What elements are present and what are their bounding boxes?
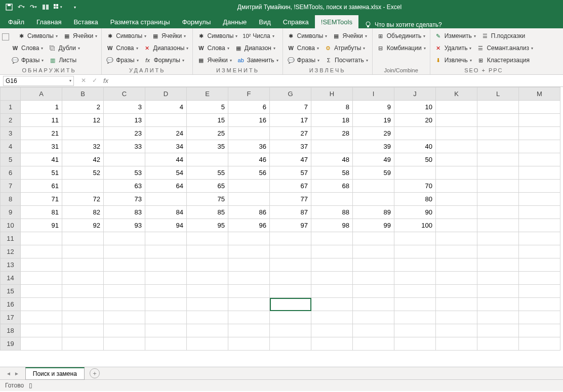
cell[interactable] bbox=[104, 285, 145, 298]
cell[interactable]: 80 bbox=[394, 193, 436, 206]
row-header[interactable]: 8 bbox=[1, 193, 21, 206]
cell[interactable] bbox=[228, 272, 270, 285]
cell[interactable] bbox=[477, 166, 519, 180]
cell[interactable] bbox=[270, 285, 311, 298]
cell[interactable] bbox=[477, 127, 519, 140]
cell[interactable] bbox=[436, 219, 477, 232]
cell[interactable]: 46 bbox=[228, 153, 270, 166]
cell[interactable] bbox=[187, 311, 228, 324]
cell[interactable]: 90 bbox=[394, 206, 436, 219]
cell[interactable] bbox=[311, 324, 353, 337]
cell[interactable]: 31 bbox=[21, 140, 62, 153]
tab-file[interactable]: Файл bbox=[2, 15, 30, 28]
cell[interactable]: 15 bbox=[187, 114, 228, 127]
cell[interactable] bbox=[436, 114, 477, 127]
seo-change-button[interactable]: ✎Изменить▾ bbox=[434, 30, 476, 41]
tab-view[interactable]: Вид bbox=[253, 15, 277, 28]
cell[interactable]: 19 bbox=[353, 114, 394, 127]
cell[interactable]: 32 bbox=[62, 140, 104, 153]
cell[interactable] bbox=[187, 285, 228, 298]
tab-data[interactable]: Данные bbox=[217, 15, 253, 28]
cell[interactable] bbox=[519, 206, 560, 219]
cell[interactable]: 63 bbox=[104, 180, 145, 193]
cell[interactable]: 7 bbox=[270, 101, 311, 114]
cell[interactable] bbox=[394, 272, 436, 285]
cell[interactable]: 24 bbox=[145, 127, 187, 140]
extract-cells-button[interactable]: ▦Ячейки▾ bbox=[332, 30, 367, 41]
cell[interactable]: 84 bbox=[145, 206, 187, 219]
cell[interactable]: 86 bbox=[228, 206, 270, 219]
cell[interactable] bbox=[62, 337, 104, 351]
cell[interactable] bbox=[228, 180, 270, 193]
column-header[interactable]: F bbox=[228, 88, 270, 101]
cell[interactable] bbox=[145, 232, 187, 245]
column-header[interactable]: J bbox=[394, 88, 436, 101]
change-range-button[interactable]: ▦Диапазон▾ bbox=[234, 42, 275, 54]
cell[interactable] bbox=[436, 298, 477, 311]
cell[interactable] bbox=[519, 101, 560, 114]
tab-insert[interactable]: Вставка bbox=[67, 15, 104, 28]
cell[interactable] bbox=[519, 127, 560, 140]
detect-symbols-button[interactable]: ✱Символы▾ bbox=[17, 30, 58, 41]
cell[interactable] bbox=[21, 245, 62, 258]
cell[interactable] bbox=[477, 324, 519, 337]
cell[interactable] bbox=[477, 245, 519, 258]
formula-input[interactable] bbox=[115, 76, 560, 86]
cell[interactable]: 42 bbox=[62, 153, 104, 166]
column-header[interactable]: L bbox=[477, 88, 519, 101]
undo-icon[interactable]: ↶▾ bbox=[16, 2, 26, 12]
cell[interactable] bbox=[228, 311, 270, 324]
cell[interactable] bbox=[394, 245, 436, 258]
cell[interactable] bbox=[104, 337, 145, 351]
cell[interactable] bbox=[21, 285, 62, 298]
cell[interactable] bbox=[62, 272, 104, 285]
cell[interactable] bbox=[477, 193, 519, 206]
cell[interactable] bbox=[145, 298, 187, 311]
detect-duplicates-button[interactable]: ⿻Дубли▾ bbox=[48, 42, 80, 54]
cell[interactable] bbox=[436, 285, 477, 298]
cell[interactable]: 100 bbox=[394, 219, 436, 232]
change-cells-button[interactable]: ▦Ячейки▾ bbox=[197, 55, 231, 66]
cell[interactable]: 59 bbox=[353, 166, 394, 180]
cell[interactable]: 58 bbox=[311, 166, 353, 180]
cell[interactable]: 82 bbox=[62, 206, 104, 219]
cell[interactable] bbox=[436, 311, 477, 324]
cell[interactable] bbox=[519, 232, 560, 245]
cell[interactable]: 99 bbox=[353, 219, 394, 232]
seo-delete-button[interactable]: ✕Удалить▾ bbox=[434, 42, 472, 54]
extract-count-button[interactable]: ΣПосчитать▾ bbox=[325, 55, 368, 66]
cell[interactable] bbox=[228, 193, 270, 206]
cell[interactable] bbox=[62, 311, 104, 324]
cell[interactable] bbox=[187, 153, 228, 166]
cell[interactable]: 48 bbox=[311, 153, 353, 166]
detect-phrases-button[interactable]: 💬Фразы▾ bbox=[11, 55, 44, 66]
cell[interactable]: 6 bbox=[228, 101, 270, 114]
cell[interactable] bbox=[519, 219, 560, 232]
cell[interactable] bbox=[62, 285, 104, 298]
cell[interactable] bbox=[436, 153, 477, 166]
row-header[interactable]: 13 bbox=[1, 258, 21, 272]
cell[interactable] bbox=[145, 311, 187, 324]
redo-icon[interactable]: ↷▾ bbox=[28, 2, 38, 12]
cell[interactable] bbox=[353, 311, 394, 324]
cell[interactable] bbox=[270, 324, 311, 337]
delete-phrases-button[interactable]: 💬Фразы▾ bbox=[106, 55, 138, 66]
row-header[interactable]: 5 bbox=[1, 153, 21, 166]
name-box[interactable]: G16 ▾ bbox=[3, 76, 74, 86]
column-header[interactable]: E bbox=[187, 88, 228, 101]
cell[interactable]: 67 bbox=[270, 180, 311, 193]
detect-words-button[interactable]: WСлова▾ bbox=[11, 42, 43, 54]
cell[interactable]: 5 bbox=[187, 101, 228, 114]
cell[interactable]: 96 bbox=[228, 219, 270, 232]
cell[interactable] bbox=[228, 127, 270, 140]
cell[interactable]: 65 bbox=[187, 180, 228, 193]
cell[interactable]: 94 bbox=[145, 219, 187, 232]
cell[interactable] bbox=[519, 114, 560, 127]
cell[interactable] bbox=[436, 337, 477, 351]
detect-sheets-button[interactable]: ▥Листы bbox=[49, 55, 76, 66]
cell[interactable] bbox=[228, 285, 270, 298]
cell[interactable] bbox=[62, 232, 104, 245]
cell[interactable] bbox=[187, 232, 228, 245]
cell[interactable] bbox=[477, 140, 519, 153]
column-header[interactable]: K bbox=[436, 88, 477, 101]
